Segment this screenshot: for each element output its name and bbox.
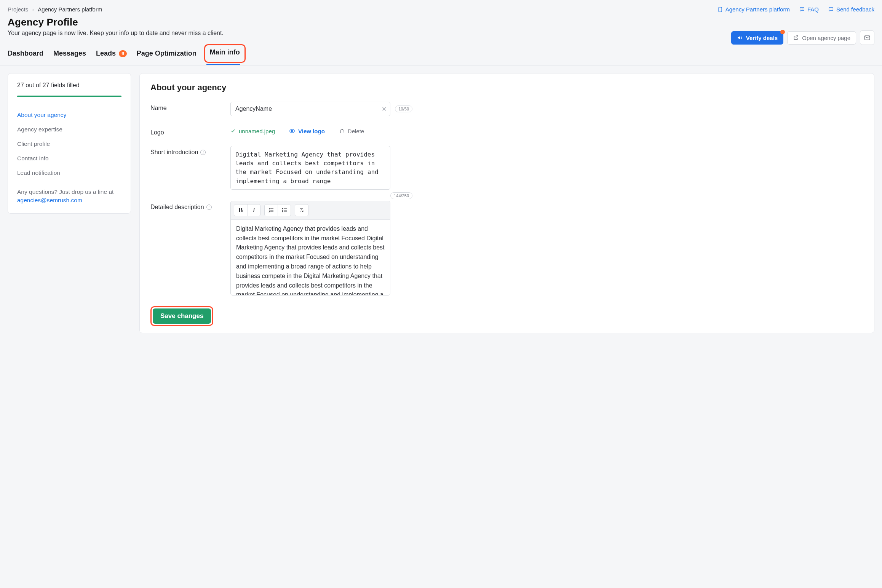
main-card: About your agency Name ✕ 10/50 Logo unna…: [139, 73, 874, 333]
svg-point-5: [282, 210, 283, 211]
tab-main-info[interactable]: Main info: [206, 47, 243, 65]
trash-icon: [339, 128, 345, 134]
chevron-right-icon: ›: [32, 6, 34, 13]
breadcrumb-root[interactable]: Projects: [8, 6, 28, 13]
view-logo-label: View logo: [298, 128, 325, 134]
open-agency-page-button[interactable]: Open agency page: [787, 31, 856, 45]
tab-leads-label: Leads: [96, 50, 116, 58]
breadcrumb: Projects › Agency Partners platform: [8, 6, 102, 13]
progress-bar: [17, 96, 121, 97]
tab-dashboard[interactable]: Dashboard: [8, 50, 43, 63]
label-detailed-desc: Detailed description i: [150, 201, 223, 211]
sidebar-item-client-profile[interactable]: Client profile: [17, 137, 121, 151]
short-intro-textarea[interactable]: [230, 146, 390, 190]
device-icon: [717, 6, 723, 13]
svg-point-6: [282, 211, 283, 212]
external-link-icon: [793, 35, 799, 41]
row-detailed-desc: Detailed description i B I: [150, 201, 863, 296]
link-faq-label: FAQ: [807, 6, 819, 13]
link-platform-label: Agency Partners platform: [725, 6, 790, 13]
clear-format-icon: [299, 207, 305, 213]
tab-messages[interactable]: Messages: [53, 50, 86, 63]
unordered-list-icon: [281, 207, 288, 213]
sidebar-card: 27 out of 27 fields filled About your ag…: [8, 73, 131, 214]
info-icon[interactable]: i: [206, 205, 212, 210]
svg-point-1: [802, 10, 802, 10]
logo-filename: unnamed.jpeg: [230, 126, 282, 136]
tab-page-optimization[interactable]: Page Optimization: [137, 50, 197, 63]
row-name: Name ✕ 10/50: [150, 102, 863, 116]
inbox-button[interactable]: [860, 30, 874, 45]
info-icon[interactable]: i: [200, 150, 206, 155]
open-agency-page-label: Open agency page: [802, 35, 850, 41]
label-name: Name: [150, 102, 223, 112]
label-logo: Logo: [150, 126, 223, 136]
rte-ordered-list-button[interactable]: [265, 205, 278, 216]
rte-toolbar: B I: [231, 201, 390, 220]
page-title: Agency Profile: [8, 16, 78, 28]
detailed-desc-textarea[interactable]: Digital Marketing Agency that provides l…: [231, 220, 390, 295]
megaphone-icon: [737, 35, 743, 41]
svg-rect-2: [864, 36, 870, 40]
label-short-intro-text: Short introduction: [150, 149, 198, 156]
delete-logo-button[interactable]: Delete: [332, 126, 371, 136]
notification-dot-icon: [780, 30, 785, 34]
sidebar-nav: About your agency Agency expertise Clien…: [17, 108, 121, 180]
name-counter: 10/50: [395, 105, 412, 112]
view-logo-button[interactable]: View logo: [282, 126, 332, 136]
svg-rect-0: [719, 7, 722, 12]
clear-name-icon[interactable]: ✕: [382, 105, 387, 113]
top-links: Agency Partners platform FAQ Send feedba…: [717, 6, 874, 13]
sidebar-help-text: Any questions? Just drop us a line at: [17, 189, 113, 195]
save-changes-button[interactable]: Save changes: [153, 308, 211, 324]
label-detailed-desc-text: Detailed description: [150, 204, 204, 211]
eye-icon: [289, 128, 295, 134]
short-intro-counter: 144/250: [390, 192, 412, 199]
sidebar-item-expertise[interactable]: Agency expertise: [17, 122, 121, 137]
progress-label: 27 out of 27 fields filled: [17, 82, 121, 89]
breadcrumb-current[interactable]: Agency Partners platform: [38, 6, 102, 13]
label-short-intro: Short introduction i: [150, 146, 223, 156]
row-logo: Logo unnamed.jpeg View logo Delete: [150, 126, 863, 136]
tab-main-info-highlight: Main info: [204, 44, 246, 63]
sidebar-item-lead-notification[interactable]: Lead notification: [17, 166, 121, 180]
sidebar-item-contact-info[interactable]: Contact info: [17, 151, 121, 166]
verify-deals-label: Verify deals: [746, 35, 778, 41]
verify-deals-button[interactable]: Verify deals: [731, 31, 783, 45]
delete-logo-label: Delete: [348, 128, 364, 134]
check-icon: [230, 128, 236, 134]
svg-point-4: [282, 208, 283, 209]
link-faq[interactable]: FAQ: [799, 6, 819, 13]
rte-bold-button[interactable]: B: [234, 205, 247, 216]
header-actions: Verify deals Open agency page: [731, 30, 874, 45]
rte-clear-format-button[interactable]: [295, 205, 308, 216]
logo-filename-text: unnamed.jpeg: [239, 128, 275, 134]
feedback-icon: [828, 6, 834, 13]
rte-unordered-list-button[interactable]: [278, 205, 291, 216]
sidebar-item-about[interactable]: About your agency: [17, 108, 121, 122]
link-feedback-label: Send feedback: [836, 6, 874, 13]
tab-main-info-label: Main info: [210, 48, 240, 56]
save-highlight: Save changes: [150, 306, 213, 326]
name-input[interactable]: [230, 102, 390, 116]
section-heading: About your agency: [150, 83, 863, 93]
faq-icon: [799, 6, 805, 13]
sidebar-help-email[interactable]: agencies@semrush.com: [17, 197, 82, 203]
link-platform[interactable]: Agency Partners platform: [717, 6, 790, 13]
leads-count-badge: 9: [119, 50, 127, 57]
svg-point-3: [291, 130, 293, 132]
rte-italic-button[interactable]: I: [247, 205, 260, 216]
link-feedback[interactable]: Send feedback: [828, 6, 874, 13]
mail-icon: [864, 34, 871, 41]
tab-leads[interactable]: Leads 9: [96, 50, 127, 63]
save-bar: Save changes: [150, 299, 863, 333]
row-short-intro: Short introduction i 144/250: [150, 146, 863, 191]
rich-text-editor: B I: [230, 201, 390, 296]
ordered-list-icon: [268, 207, 274, 213]
sidebar-help: Any questions? Just drop us a line at ag…: [17, 188, 121, 205]
